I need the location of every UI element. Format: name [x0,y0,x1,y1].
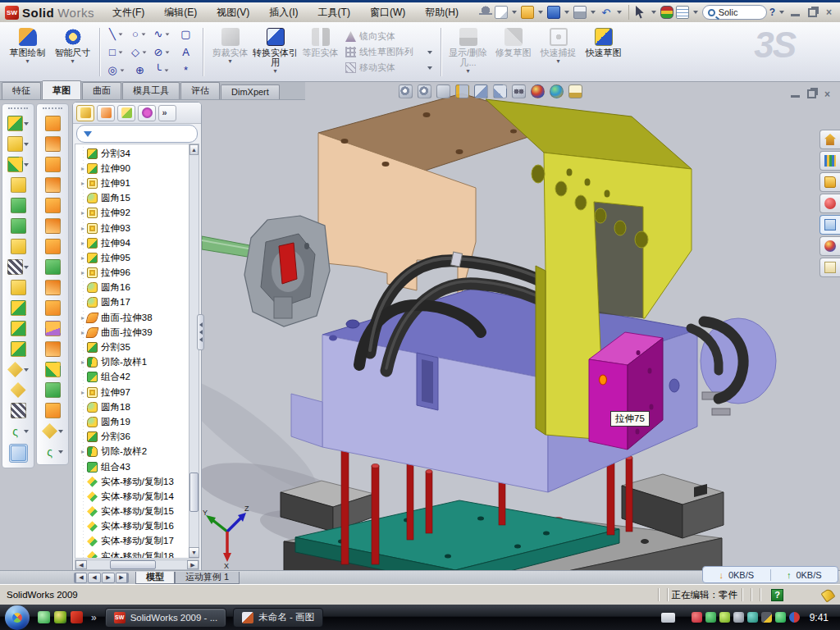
tree-item[interactable]: 圆角17 [79,295,189,310]
view-settings-icon[interactable] [568,84,582,98]
taskbar-clock[interactable]: 9:41 [810,612,829,623]
spline-curve-icon[interactable]: ς [7,423,23,439]
replace-face-icon[interactable] [42,423,57,439]
undo-dropdown[interactable] [617,11,622,14]
tree-item[interactable]: 分割35 [79,340,189,354]
combine-bodies-icon[interactable] [11,300,26,316]
tree-item[interactable]: 分割36 [79,430,189,445]
tree-item[interactable]: 实体-移动/复制15 [79,504,189,519]
tree-filter-box[interactable] [76,125,198,143]
prev-sheet-button[interactable]: ◀ [88,573,101,583]
select-dropdown[interactable] [651,11,656,14]
shell-tool-icon[interactable] [11,198,26,213]
menu-item[interactable]: 工具(T) [318,6,350,20]
freeform-surface-icon[interactable] [45,198,61,213]
tree-item[interactable]: ▸ 曲面-拉伸39 [79,325,189,340]
volume-tray-icon[interactable] [733,612,744,623]
rapid-sketch-button[interactable]: 快速草图 [581,25,626,80]
expand-arrow-icon[interactable]: ▸ [79,209,87,217]
ruled-surface-icon[interactable] [45,259,61,275]
tree-item[interactable]: 分割34 [79,146,189,161]
edit-appearance-icon[interactable] [531,84,545,98]
next-sheet-button[interactable]: ▶ [102,573,115,583]
offset-surface-icon[interactable] [45,239,61,254]
extend-surface-icon[interactable] [45,341,61,357]
convert-entities-button[interactable]: 转换实体引用 ▾ [253,25,298,80]
undo-icon[interactable]: ↶ [600,6,613,19]
tree-item[interactable]: 实体-移动/复制18 [79,549,189,559]
mirror-entities-button[interactable]: 镜向实体 [345,30,434,43]
antivirus-tray-icon[interactable] [692,612,702,623]
display-style-icon[interactable] [493,84,507,98]
ribbon-tab[interactable]: 特征 [2,82,41,99]
ribbon-tab[interactable]: 草图 [42,80,81,99]
toolbar-grip[interactable] [43,107,62,109]
expand-arrow-icon[interactable]: ▸ [79,165,87,172]
extruded-cut-icon[interactable] [7,136,23,152]
instant3d-measure-icon[interactable] [11,445,26,461]
zoom-area-icon[interactable] [418,84,431,98]
split-tool-icon[interactable] [11,321,26,336]
quicklaunch-overflow-chevron[interactable]: » [91,612,97,623]
linear-pattern-icon[interactable] [7,259,23,275]
filled-surface-icon[interactable] [45,177,61,193]
expand-arrow-icon[interactable]: ▸ [79,254,87,262]
tab-model[interactable]: 模型 [135,572,175,584]
scroll-right-icon[interactable]: ▶ [187,560,199,569]
scroll-thumb-horizontal[interactable] [110,560,156,569]
move-copy-body-icon[interactable] [11,341,26,357]
print-dropdown[interactable] [591,11,596,14]
delete-face-icon[interactable] [45,403,61,418]
trim-surface-icon[interactable] [45,321,61,336]
expand-arrow-icon[interactable]: ▸ [79,358,87,366]
swept-boss-icon[interactable] [11,177,26,193]
swept-surface-icon[interactable] [45,116,61,131]
graphics-viewport[interactable]: Y Z X × 拉伸75 [202,82,840,570]
expand-arrow-icon[interactable]: ▸ [79,448,87,455]
pin-icon[interactable] [479,6,492,19]
app-close-icon[interactable]: × [823,7,835,18]
menu-item[interactable]: 帮助(H) [425,6,459,20]
tab-motion-study[interactable]: 运动算例 1 [175,572,240,584]
app-minimize-icon[interactable] [791,9,800,16]
view-orientation-icon[interactable] [474,84,488,98]
scroll-down-icon[interactable]: ▼ [189,547,199,558]
save-icon[interactable] [547,6,560,19]
key-tray-icon[interactable] [719,612,730,623]
first-sheet-button[interactable]: ◀ [74,573,87,583]
boundary-surface-icon[interactable] [45,157,61,172]
menu-item[interactable]: 窗口(W) [370,6,405,20]
app-restore-icon[interactable] [808,8,817,17]
magnifying-glass-icon[interactable] [436,84,450,98]
section-view-icon[interactable] [455,84,469,98]
tree-item[interactable]: ▸ 拉伸91 [79,176,189,190]
tree-vertical-scrollbar[interactable]: ▲ ▼ [189,144,199,559]
options-dropdown[interactable] [693,11,698,14]
sketch-button[interactable]: 草图绘制 ▾ [5,25,50,80]
tree-item[interactable]: 圆角16 [79,281,189,295]
shield-tray-icon[interactable] [705,612,716,623]
toolbar-grip[interactable] [8,107,28,109]
hide-show-items-icon[interactable] [512,84,526,98]
new-file-dropdown[interactable] [512,11,517,14]
expand-arrow-icon[interactable]: ▸ [79,389,87,396]
linear-sketch-pattern-button[interactable]: 线性草图阵列 [345,46,434,58]
taskbar-button-solidworks[interactable]: SW SolidWorks 2009 - ... [105,608,227,628]
start-button[interactable] [5,605,30,630]
apply-scene-icon[interactable] [550,84,564,98]
lofted-surface-icon[interactable] [45,136,61,152]
save-dropdown[interactable] [564,11,569,14]
mold-core-icon[interactable] [11,280,26,295]
smart-dimension-button[interactable]: 智能尺寸 ▾ [50,25,95,80]
fillet-tool-icon[interactable] [7,157,23,172]
network-tray-icon[interactable] [747,612,758,623]
3d-model-canvas[interactable]: Y Z X [202,82,840,570]
help-button[interactable]: ? [769,7,775,18]
doc-close-icon[interactable]: × [821,89,833,99]
tree-item[interactable]: ▸ 拉伸94 [79,235,189,250]
panel-splitter-handle[interactable] [197,314,204,350]
tree-item[interactable]: ▸ 曲面-拉伸38 [79,310,189,325]
keyboard-tray-icon[interactable] [661,613,675,623]
tree-item[interactable]: ▸ 拉伸92 [79,206,189,221]
sync-tray-icon[interactable] [789,612,800,623]
